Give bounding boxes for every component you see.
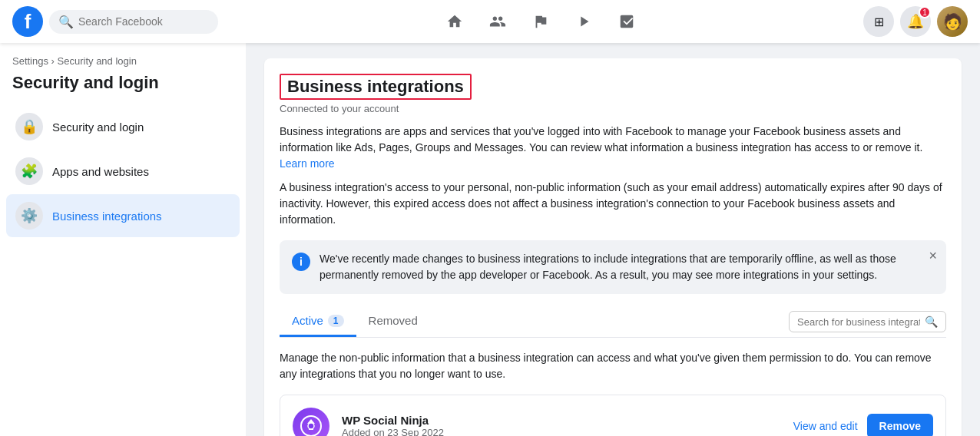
integration-name: WP Social Ninja [342,414,781,427]
integration-logo [293,408,329,436]
info-banner: i We've recently made changes to busines… [280,240,946,294]
breadcrumb: Settings › Security and login [6,55,240,70]
facebook-logo[interactable]: f [12,6,43,37]
business-search-input[interactable] [797,316,920,328]
integration-card: WP Social Ninja Added on 23 Sep 2022 Vie… [280,395,946,436]
search-icon: 🔍 [58,15,74,29]
breadcrumb-settings-link[interactable]: Settings [12,55,48,67]
tabs-search-container[interactable]: 🔍 [789,311,946,332]
grid-menu-button[interactable]: ⊞ [863,6,894,37]
description-2: A business integration's access to your … [280,180,946,228]
breadcrumb-current: Security and login [58,55,137,67]
sidebar-title: Security and login [6,70,240,105]
sidebar-item-security-label: Security and login [52,121,144,134]
nav-video-button[interactable] [565,3,602,40]
sidebar-item-security[interactable]: 🔒 Security and login [6,105,240,148]
info-icon: i [292,253,310,271]
page-title: Business integrations [280,74,472,100]
sidebar: Settings › Security and login Security a… [0,43,246,436]
tab-active-badge: 1 [328,315,344,327]
description-1: Business integrations are apps and servi… [280,124,946,172]
top-navigation: f 🔍 ⊞ 🔔 1 🧑 [0,0,980,43]
nav-people-button[interactable] [479,3,516,40]
banner-text: We've recently made changes to business … [319,251,934,283]
tabs-row: Active 1 Removed 🔍 [280,306,946,338]
manage-text: Manage the non-public information that a… [280,350,946,382]
nav-marketplace-button[interactable] [608,3,645,40]
security-icon: 🔒 [15,113,43,140]
page-layout: Settings › Security and login Security a… [0,43,980,436]
view-edit-button[interactable]: View and edit [793,420,858,432]
sidebar-item-apps[interactable]: 🧩 Apps and websites [6,150,240,193]
topnav-center [218,3,863,40]
integration-info: WP Social Ninja Added on 23 Sep 2022 [342,414,781,436]
notifications-button[interactable]: 🔔 1 [900,6,931,37]
integration-actions: View and edit Remove [793,414,933,436]
tab-removed[interactable]: Removed [356,306,430,337]
search-icon: 🔍 [925,315,938,328]
sidebar-item-business-label: Business integrations [52,210,162,223]
remove-button[interactable]: Remove [867,414,933,436]
banner-close-button[interactable]: × [929,248,937,264]
nav-home-button[interactable] [436,3,473,40]
topnav-right: ⊞ 🔔 1 🧑 [863,6,968,37]
search-input[interactable] [78,15,209,28]
integration-date: Added on 23 Sep 2022 [342,427,781,436]
tab-active-label: Active [292,314,323,327]
apps-icon: 🧩 [15,157,43,185]
sidebar-item-business[interactable]: ⚙️ Business integrations [6,194,240,237]
sidebar-item-apps-label: Apps and websites [52,165,149,178]
topnav-left: f 🔍 [12,6,218,37]
breadcrumb-separator: › [51,55,58,67]
svg-point-3 [308,423,314,429]
main-content: Business integrations Connected to your … [246,43,980,436]
nav-flag-button[interactable] [522,3,559,40]
learn-more-link[interactable]: Learn more [280,157,335,170]
tab-removed-label: Removed [369,314,418,327]
content-card: Business integrations Connected to your … [264,58,962,436]
notification-badge: 1 [919,6,931,18]
tab-active[interactable]: Active 1 [280,306,356,337]
business-icon: ⚙️ [15,202,43,230]
user-avatar[interactable]: 🧑 [937,6,968,37]
search-bar-container[interactable]: 🔍 [49,10,218,34]
connected-label: Connected to your account [280,103,946,114]
